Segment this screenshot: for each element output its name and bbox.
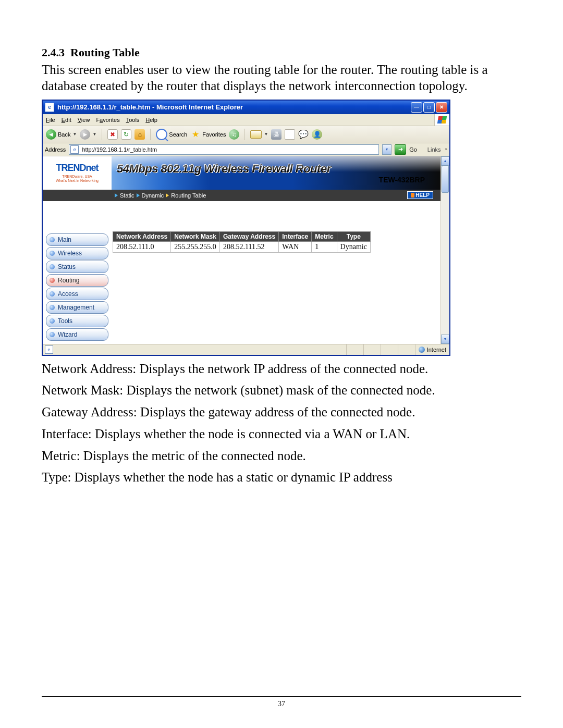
forward-button[interactable]: ►▼: [80, 129, 96, 140]
menu-edit[interactable]: Edit: [62, 117, 71, 123]
globe-icon: [419, 347, 425, 353]
links-label[interactable]: Links: [427, 146, 441, 153]
cell-interface: WAN: [279, 241, 312, 252]
menu-favorites[interactable]: Favorites: [96, 117, 119, 123]
banner-model: TEW-432BRP: [117, 176, 440, 184]
go-label: Go: [409, 146, 417, 153]
sidebar-item-main[interactable]: Main: [46, 233, 108, 246]
go-button[interactable]: ➜: [395, 144, 406, 155]
col-network-address: Network Address: [113, 231, 171, 241]
sidebar-item-wizard[interactable]: Wizard: [46, 328, 108, 341]
page-icon: e: [70, 145, 79, 154]
tab-static[interactable]: Static: [115, 192, 134, 199]
status-zone: Internet: [415, 344, 449, 355]
edit-button[interactable]: ✎: [285, 129, 295, 140]
menu-view[interactable]: View: [78, 117, 90, 123]
messenger-button[interactable]: 👤: [312, 129, 322, 140]
bullet-icon: [50, 278, 55, 283]
triangle-icon: [115, 193, 118, 198]
col-network-mask: Network Mask: [171, 231, 220, 241]
table-header-row: Network Address Network Mask Gateway Add…: [113, 231, 371, 241]
col-gateway-address: Gateway Address: [219, 231, 278, 241]
media-button[interactable]: ♫: [229, 129, 239, 140]
bullet-icon: [50, 332, 55, 337]
sidebar-item-status[interactable]: Status: [46, 261, 108, 273]
brand-sub2: What's Next in Networking: [56, 179, 99, 183]
mail-icon: [250, 130, 262, 139]
address-field[interactable]: e: [69, 144, 379, 155]
triangle-icon: [166, 193, 169, 198]
print-button[interactable]: 🖶: [271, 129, 282, 140]
chevron-down-icon[interactable]: ▼: [92, 132, 96, 137]
sidebar-item-management[interactable]: Management: [46, 301, 108, 314]
search-icon: [156, 129, 167, 140]
bullet-icon: [50, 318, 55, 324]
desc-type: Type: Displays whether the node has a st…: [42, 468, 521, 486]
chevron-right-icon[interactable]: »: [445, 147, 447, 152]
toolbar-separator: [244, 129, 245, 140]
window-title: http://192.168.1.1/r_table.htm - Microso…: [57, 103, 243, 111]
address-dropdown[interactable]: ▾: [382, 144, 391, 155]
minimize-button[interactable]: —: [411, 102, 422, 113]
section-title: Routing Table: [70, 46, 140, 59]
sidebar-item-wireless[interactable]: Wireless: [46, 247, 108, 260]
home-button[interactable]: ⌂: [134, 129, 145, 140]
favorites-button[interactable]: ★Favorites: [190, 129, 226, 140]
star-icon: ★: [190, 129, 201, 140]
router-subnav: Static Dynamic Routing Table HELP: [43, 190, 440, 201]
menu-tools[interactable]: Tools: [126, 117, 140, 123]
help-button[interactable]: HELP: [407, 191, 433, 199]
toolbar-separator: [150, 129, 151, 140]
sidebar-item-access[interactable]: Access: [46, 288, 108, 300]
desc-interface: Interface: Displays whether the node is …: [42, 425, 521, 443]
search-button[interactable]: Search: [156, 129, 187, 140]
toolbar: ◄Back▼ ►▼ ✖ ↻ ⌂ Search ★Favorites ♫ ▼ 🖶 …: [43, 126, 449, 143]
col-interface: Interface: [279, 231, 312, 241]
chevron-down-icon[interactable]: ▼: [264, 132, 268, 137]
routing-table: Network Address Network Mask Gateway Add…: [113, 231, 371, 253]
address-input[interactable]: [81, 146, 377, 153]
ie-window: e http://192.168.1.1/r_table.htm - Micro…: [42, 100, 450, 356]
banner-title: 54Mbps 802.11g Wireless Firewall Router: [117, 162, 440, 176]
desc-network-address: Network Address: Displays the network IP…: [42, 360, 521, 378]
bullet-icon: [50, 291, 55, 297]
discuss-button[interactable]: 💬: [298, 129, 309, 140]
scroll-up-button[interactable]: ▴: [441, 156, 449, 166]
desc-metric: Metric: Displays the metric of the conne…: [42, 447, 521, 465]
tab-routing-table[interactable]: Routing Table: [166, 192, 206, 199]
back-button[interactable]: ◄Back▼: [46, 129, 77, 140]
titlebar[interactable]: e http://192.168.1.1/r_table.htm - Micro…: [43, 101, 449, 114]
maximize-button[interactable]: □: [423, 102, 435, 113]
chevron-down-icon[interactable]: ▼: [72, 132, 77, 137]
desc-gateway-address: Gateway Address: Displays the gateway ad…: [42, 403, 521, 421]
sidebar-item-routing[interactable]: Routing: [46, 274, 108, 287]
scrollbar-thumb[interactable]: [442, 166, 449, 193]
section-number: 2.4.3: [42, 46, 65, 59]
brand-sub1: TRENDware, USA: [56, 175, 99, 179]
refresh-button[interactable]: ↻: [121, 129, 131, 140]
router-banner: TRENDnet TRENDware, USA What's Next in N…: [43, 156, 440, 190]
cell-metric: 1: [312, 241, 337, 252]
menu-file[interactable]: File: [46, 117, 55, 123]
mail-button[interactable]: ▼: [250, 130, 268, 139]
menu-help[interactable]: Help: [145, 117, 157, 123]
bullet-icon: [50, 251, 55, 256]
vertical-scrollbar[interactable]: ▴ ▾: [440, 156, 449, 344]
brand-name: TRENDnet: [56, 163, 99, 174]
menubar: File Edit View Favorites Tools Help: [43, 114, 449, 126]
brand-logo: TRENDnet TRENDware, USA What's Next in N…: [43, 156, 112, 190]
cell-network-mask: 255.255.255.0: [171, 241, 220, 252]
scroll-down-button[interactable]: ▾: [441, 335, 449, 344]
page-icon: e: [45, 103, 54, 112]
router-sidemenu: Main Wireless Status Routing Access Mana…: [43, 201, 112, 342]
windows-flag-icon: [434, 114, 449, 126]
close-button[interactable]: ✕: [436, 102, 447, 113]
page-icon: e: [45, 346, 53, 354]
cell-network-address: 208.52.111.0: [113, 241, 171, 252]
bullet-icon: [50, 237, 55, 242]
tab-dynamic[interactable]: Dynamic: [137, 192, 164, 199]
sidebar-item-tools[interactable]: Tools: [46, 315, 108, 327]
stop-button[interactable]: ✖: [107, 129, 118, 140]
table-row: 208.52.111.0 255.255.255.0 208.52.111.52…: [113, 241, 371, 252]
cell-gateway-address: 208.52.111.52: [219, 241, 278, 252]
